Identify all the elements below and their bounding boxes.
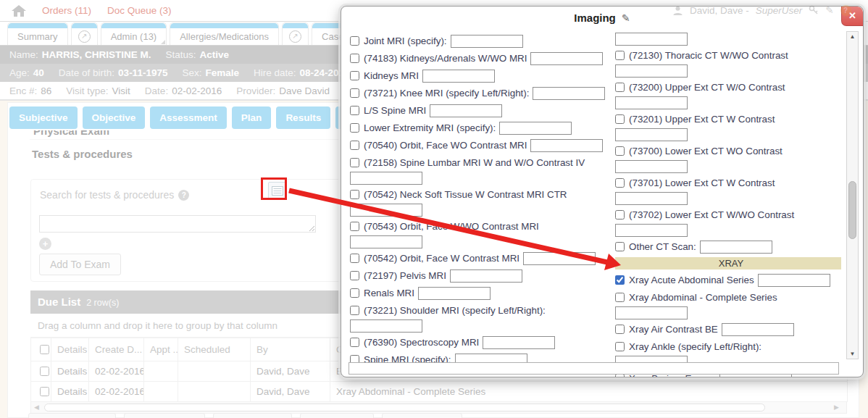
imaging-option-checkbox[interactable] [350,88,359,98]
imaging-option-checkbox[interactable] [615,242,625,251]
imaging-option-checkbox[interactable] [615,342,625,351]
imaging-option-row: (73221) Shoulder MRI (specify Left/Right… [350,304,609,333]
imaging-option-checkbox[interactable] [615,293,625,302]
imaging-option-checkbox[interactable] [350,306,359,315]
imaging-option-label: (73701) Lower Ext CT W Contrast [629,177,775,188]
imaging-option-row [615,33,841,46]
imaging-option-input[interactable] [615,160,688,173]
help-circle-icon[interactable]: ? [840,5,851,16]
imaging-option-input[interactable] [350,235,422,248]
dialog-title: Imaging [574,12,616,24]
imaging-option-input[interactable] [530,139,603,152]
imaging-option-checkbox[interactable] [350,54,359,63]
imaging-option-row: (73201) Upper Ext CT W Contrast [615,112,841,141]
imaging-option-row: (70542) Orbit, Face W Contrast MRI [350,251,609,266]
imaging-option-checkbox[interactable] [615,178,625,188]
imaging-option-label: Xray Abdominal - Complete Series [629,292,777,303]
user-name[interactable]: David, Dave - [690,5,749,16]
imaging-option-checkbox[interactable] [350,254,359,263]
user-menu: David, Dave - SuperUser ✎ ? [672,4,851,16]
imaging-option-label: L/S Spine MRI [364,105,426,116]
imaging-option-checkbox[interactable] [350,271,359,280]
imaging-option-input[interactable] [615,224,688,237]
imaging-options-body: Joint MRI (specify): (74183) Kidneys/Adr… [350,30,841,377]
imaging-option-checkbox[interactable] [615,146,625,156]
imaging-option-checkbox[interactable] [615,51,625,60]
imaging-option-checkbox[interactable] [615,83,625,92]
imaging-option-row: L/S Spine MRI [350,104,609,118]
imaging-option-row: (72158) Spine Lumbar MRI W and W/O Contr… [350,156,609,185]
imaging-option-input[interactable] [451,35,523,48]
imaging-option-row: Xray Acute Abdominal Series [615,273,841,288]
imaging-option-label: (73702) Lower Ext CT W/WO Contrast [629,209,794,220]
imaging-option-row: (72130) Thoracic CT W/WO Contrast [615,49,841,78]
imaging-option-row: Lower Extremity MRI (specify): [350,121,609,135]
imaging-option-row: (73701) Lower Ext CT W Contrast [615,176,841,205]
edit-title-icon[interactable]: ✎ [622,12,630,24]
imaging-option-label: (72197) Pelvis MRI [364,270,446,281]
imaging-option-input[interactable] [700,241,772,254]
user-role: SuperUser [756,5,803,16]
imaging-option-label: (73721) Knee MRI (specify Left/Right): [364,88,529,99]
imaging-option-checkbox[interactable] [350,338,359,347]
imaging-option-checkbox[interactable] [350,222,359,231]
imaging-option-row: (70542) Neck Soft Tissue W Contrast MRI … [350,188,609,217]
imaging-option-input[interactable] [615,33,688,46]
imaging-option-input[interactable] [350,319,422,333]
imaging-option-input[interactable] [350,204,422,217]
imaging-option-label: (70542) Orbit, Face W Contrast MRI [364,253,519,264]
scroll-down-icon[interactable]: ▼ [847,351,858,357]
imaging-option-checkbox[interactable] [350,71,359,80]
imaging-option-checkbox[interactable] [350,123,359,133]
imaging-option-label: Xray Ankle (specify Left/Right): [629,341,761,352]
imaging-option-input[interactable] [483,336,555,349]
imaging-option-input[interactable] [615,96,688,109]
imaging-option-row: (74183) Kidneys/Adrenals W/WO MRI [350,51,609,66]
imaging-option-checkbox[interactable] [615,210,625,220]
imaging-option-input[interactable] [530,52,603,65]
imaging-option-input[interactable] [615,192,688,205]
edit-icon[interactable]: ✎ [825,4,833,16]
imaging-option-label: Renals MRI [364,288,414,298]
imaging-option-input[interactable] [350,172,422,185]
imaging-option-input[interactable] [450,269,522,283]
scroll-up-icon[interactable]: ▲ [847,33,858,40]
imaging-option-input[interactable] [615,128,688,141]
imaging-option-input[interactable] [533,87,605,100]
imaging-option-row: (76390) Spectroscopy MRI [350,335,609,350]
imaging-option-label: (70543) Orbit, Face W/WO Contrast MRI [364,221,539,232]
imaging-option-checkbox[interactable] [615,114,625,124]
imaging-option-label: (70540) Orbit, Face WO Contrast MRI [364,140,527,151]
imaging-option-input[interactable] [758,274,830,287]
imaging-option-label: Lower Extremity MRI (specify): [364,122,496,133]
imaging-option-input[interactable] [523,252,596,265]
imaging-option-checkbox[interactable] [615,275,625,285]
imaging-option-row: (73700) Lower Ext CT WO Contrast [615,144,841,173]
imaging-option-checkbox[interactable] [350,36,359,46]
imaging-option-row: Renals MRI [350,286,609,301]
key-icon[interactable] [809,5,819,15]
imaging-option-checkbox[interactable] [350,190,359,199]
imaging-option-input[interactable] [722,323,794,336]
imaging-option-checkbox[interactable] [350,141,359,150]
imaging-option-row: Xray Abdominal - Complete Series [615,290,841,319]
dialog-scrollbar[interactable]: ▲ ▼ [846,31,859,359]
imaging-option-label: (73221) Shoulder MRI (specify Left/Right… [364,305,546,316]
imaging-option-input[interactable] [615,306,688,319]
imaging-option-label: (73201) Upper Ext CT W Contrast [629,114,775,125]
imaging-option-input[interactable] [418,287,491,300]
imaging-option-input[interactable] [430,104,502,117]
dialog-comment-input[interactable] [349,362,839,375]
imaging-option-input[interactable] [615,64,688,78]
imaging-option-checkbox[interactable] [350,288,359,298]
imaging-dialog: Imaging ✎ ✕ Joint MRI (specify): (74183)… [341,6,864,377]
imaging-left-column: Joint MRI (specify): (74183) Kidneys/Adr… [350,30,609,370]
imaging-option-checkbox[interactable] [350,158,359,167]
imaging-option-checkbox[interactable] [615,325,625,334]
imaging-option-checkbox[interactable] [350,106,359,115]
imaging-option-input[interactable] [499,122,572,135]
dialog-scrollbar-thumb[interactable] [848,181,856,239]
imaging-option-input[interactable] [422,70,495,83]
imaging-option-label: (76390) Spectroscopy MRI [364,337,479,348]
imaging-option-row: (70543) Orbit, Face W/WO Contrast MRI [350,220,609,248]
